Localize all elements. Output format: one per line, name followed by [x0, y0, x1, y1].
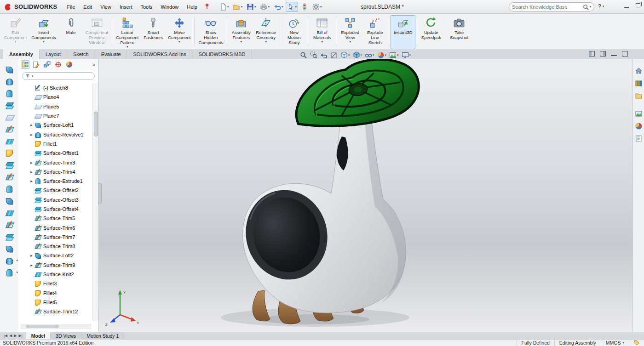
dimxpertmanager-tab[interactable] — [54, 60, 63, 69]
view-palette-button[interactable] — [634, 109, 643, 118]
left-toolbar-button[interactable] — [4, 172, 14, 182]
tab-3d-views[interactable]: 3D Views — [51, 332, 81, 339]
restore-document-icon[interactable] — [622, 51, 628, 57]
tree-item[interactable]: Surface-Trim12 — [18, 307, 92, 316]
previous-tab-button[interactable]: ◀ — [9, 334, 12, 338]
displaymanager-tab[interactable] — [65, 60, 74, 69]
tree-item[interactable]: Fillet4 — [18, 289, 92, 298]
search-box[interactable]: ▾ — [509, 2, 594, 11]
tile-right-icon[interactable] — [600, 51, 606, 57]
ribbon-button-linear-component-pattern[interactable]: Linear Component Pattern ▾ — [114, 15, 141, 49]
display-style-icon[interactable]: ▾ — [353, 51, 362, 59]
tree-item[interactable]: Plane7 — [18, 111, 92, 120]
tree-filter-box[interactable]: ▾ — [22, 72, 95, 80]
3d-viewport[interactable]: Y X Z — [99, 59, 632, 332]
new-button[interactable]: ▾ — [218, 2, 230, 12]
undo-button[interactable]: ▾ — [272, 2, 285, 12]
expand-arrow-icon[interactable]: ▸ — [29, 123, 34, 127]
tree-item[interactable]: Surface-Offset2 — [18, 186, 92, 195]
left-toolbar-button[interactable] — [4, 89, 14, 98]
left-toolbar-button[interactable] — [4, 148, 14, 158]
left-toolbar-button[interactable] — [4, 232, 14, 241]
flyout-chevron-icon[interactable]: > — [92, 62, 96, 68]
rebuild-button[interactable] — [299, 2, 310, 12]
dropdown-caret-icon[interactable]: ▾ — [227, 5, 229, 9]
expand-arrow-icon[interactable]: ▸ — [29, 179, 34, 183]
propertymanager-tab[interactable] — [32, 60, 40, 69]
tab-assembly[interactable]: Assembly — [3, 49, 40, 59]
left-toolbar-button[interactable] — [4, 220, 14, 229]
dropdown-caret-icon[interactable]: ▾ — [622, 341, 624, 345]
dropdown-caret-icon[interactable]: ▾ — [16, 271, 18, 274]
ribbon-button-take-snapshot[interactable]: Take Snapshot — [447, 15, 472, 49]
left-toolbar-button[interactable]: ▾ — [4, 256, 14, 265]
tree-item[interactable]: Plane5 — [18, 102, 92, 111]
ribbon-button-insert-components[interactable]: Insert Components ▾ — [29, 15, 58, 49]
help-button[interactable]: ? — [598, 3, 601, 10]
tile-left-icon[interactable] — [589, 51, 595, 57]
dropdown-caret-icon[interactable]: ▾ — [32, 74, 34, 78]
tab-sketch[interactable]: Sketch — [67, 49, 95, 59]
file-explorer-button[interactable] — [634, 91, 643, 100]
tab-solidworks-add-ins[interactable]: SOLIDWORKS Add-Ins — [127, 49, 192, 59]
expand-arrow-icon[interactable]: ▸ — [29, 132, 34, 137]
tags-button[interactable] — [629, 340, 644, 346]
options-button[interactable]: ▾ — [311, 2, 323, 12]
tree-item[interactable]: Fillet1 — [18, 139, 92, 148]
custom-properties-button[interactable] — [634, 134, 643, 143]
dropdown-caret-icon[interactable]: ▾ — [321, 40, 323, 44]
dropdown-caret-icon[interactable]: ▾ — [282, 5, 283, 9]
menu-view[interactable]: View — [96, 2, 115, 11]
dropdown-caret-icon[interactable]: ▾ — [254, 5, 256, 9]
left-toolbar-button[interactable] — [4, 113, 14, 122]
dropdown-caret-icon[interactable]: ▾ — [295, 5, 297, 9]
tab-motion-study-1[interactable]: Motion Study 1 — [81, 332, 124, 339]
expand-arrow-icon[interactable]: ▸ — [29, 170, 34, 174]
expand-arrow-icon[interactable]: ▸ — [29, 160, 34, 165]
tree-item[interactable]: Fillet3 — [18, 279, 92, 288]
tree-item[interactable]: ▸Surface-Trim9 — [18, 261, 92, 270]
minimize-button[interactable] — [624, 3, 629, 8]
dropdown-caret-icon[interactable]: ▾ — [126, 45, 128, 49]
section-view-icon[interactable] — [330, 51, 338, 59]
left-toolbar-button[interactable] — [4, 65, 14, 74]
featuremanager-tab[interactable] — [21, 60, 29, 69]
scrollbar-thumb[interactable] — [26, 325, 59, 328]
tree-item[interactable]: ▸Surface-Revolve1 — [18, 130, 92, 139]
panel-splitter-handle[interactable] — [98, 183, 102, 204]
edit-appearance-icon[interactable]: ▾ — [377, 51, 387, 59]
ribbon-button-reference-geometry[interactable]: Reference Geometry ▾ — [253, 15, 278, 49]
dropdown-caret-icon[interactable]: ▾ — [361, 53, 362, 57]
tree-item[interactable]: ▸Surface-Extrude1 — [18, 176, 92, 186]
left-toolbar-button[interactable] — [4, 160, 14, 170]
menu-tools[interactable]: Tools — [136, 2, 156, 11]
left-toolbar-button[interactable] — [4, 101, 14, 110]
view-settings-icon[interactable]: ▾ — [402, 51, 411, 59]
ribbon-button-explode-line-sketch[interactable]: Explode Line Sketch — [362, 15, 387, 49]
ribbon-button-show-hidden-components[interactable]: Show Hidden Components — [196, 15, 225, 49]
tree-item[interactable]: ▸Surface-Trim3 — [18, 158, 92, 167]
dropdown-caret-icon[interactable]: ▾ — [373, 53, 374, 57]
zoom-to-fit-icon[interactable] — [300, 51, 307, 59]
left-toolbar-button[interactable] — [4, 77, 14, 86]
tree-item[interactable]: ▸Surface-Trim4 — [18, 167, 92, 176]
units-dropdown[interactable]: MMGS ▾ — [601, 340, 629, 346]
left-toolbar-button[interactable]: ▾ — [4, 268, 14, 277]
menu-insert[interactable]: Insert — [115, 2, 137, 11]
dropdown-caret-icon[interactable]: ▾ — [349, 40, 351, 44]
dropdown-caret-icon[interactable]: ▾ — [241, 5, 242, 9]
ribbon-button-bill-of-materials[interactable]: Bill of Materials ▾ — [310, 15, 334, 49]
search-input[interactable] — [512, 4, 583, 10]
scrollbar-thumb[interactable] — [94, 112, 98, 136]
tree-item[interactable]: Surface-Offset4 — [18, 204, 92, 214]
last-tab-button[interactable]: ▶| — [19, 334, 23, 338]
left-toolbar-button[interactable] — [4, 184, 14, 193]
ribbon-button-mate[interactable]: Mate — [58, 15, 83, 49]
tab-model[interactable]: Model — [26, 332, 51, 339]
design-library-button[interactable] — [634, 79, 643, 88]
left-toolbar-button[interactable] — [4, 196, 14, 205]
apply-scene-icon[interactable]: ▾ — [389, 51, 399, 59]
left-toolbar-button[interactable] — [4, 125, 14, 134]
dropdown-caret-icon[interactable]: ▾ — [43, 40, 45, 44]
tree-item[interactable]: Surface-Offset1 — [18, 148, 92, 158]
